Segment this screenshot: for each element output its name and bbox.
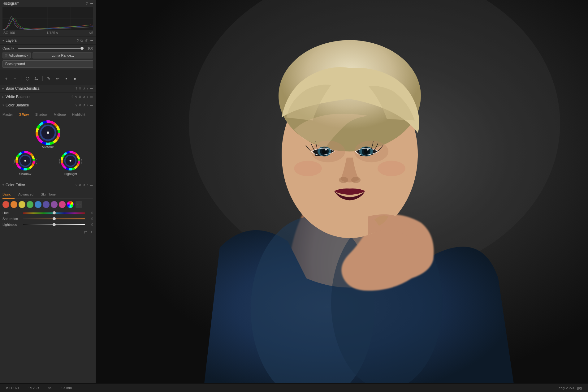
base-question-icon[interactable]: ? <box>76 87 77 90</box>
hue-label: Hue <box>2 211 21 215</box>
shadow-bracket-right: ( <box>35 158 37 164</box>
bottom-bar: ISO 160 1/125 s f/5 57 mm Teague 2-X5.jp… <box>0 383 588 392</box>
small-wheels-row: ) <box>2 151 93 176</box>
histogram-more-icon[interactable]: ••• <box>89 2 93 5</box>
bottom-iso: ISO 160 <box>6 386 19 390</box>
swatch-cyan-blue[interactable] <box>35 201 41 208</box>
wb-hamburger-icon[interactable]: ≡ <box>87 95 89 99</box>
midtone-wheel-wrapper <box>36 120 60 145</box>
cb-tab-shadow[interactable]: Shadow <box>32 112 51 117</box>
swatch-blue-violet[interactable] <box>43 201 50 208</box>
histogram-header: Histogram ? ••• <box>2 1 93 6</box>
layers-question-icon[interactable]: ? <box>77 39 79 42</box>
svg-point-61 <box>378 161 405 176</box>
remove-layer-button[interactable]: − <box>12 75 18 82</box>
base-characteristics-header[interactable]: ▸ Base Characteristics ? ⧉ ↺ ≡ ••• <box>0 84 96 93</box>
luma-range-button[interactable]: Luma Range... <box>32 52 93 58</box>
cb-tab-3way[interactable]: 3-Way <box>16 112 32 117</box>
opacity-slider[interactable] <box>18 48 84 49</box>
color-balance-tabs: Master 3-Way Shadow Midtone Highlight <box>2 112 93 117</box>
swatch-green[interactable] <box>27 201 33 208</box>
ce-transfer-icon[interactable]: ⇄ <box>84 230 87 234</box>
ce-eyedropper-icon[interactable]: ✦ <box>90 230 93 234</box>
ce-chevron-icon: ▾ <box>2 183 4 187</box>
midtone-wheel-svg[interactable] <box>36 120 60 145</box>
lightness-label: Lightness <box>2 223 21 226</box>
tool-separator-1 <box>21 76 21 81</box>
base-characteristics-section: ▸ Base Characteristics ? ⧉ ↺ ≡ ••• <box>0 84 96 93</box>
white-balance-title: White Balance <box>6 95 29 99</box>
swatch-yellow[interactable] <box>19 201 25 208</box>
white-balance-header[interactable]: ▸ White Balance ? ✎ ⧉ ↺ ≡ ••• <box>0 93 96 101</box>
opacity-value: 100 <box>85 46 93 50</box>
pencil-tool-button[interactable]: ✏ <box>54 75 61 82</box>
cb-question-icon[interactable]: ? <box>76 104 77 107</box>
swatch-purple[interactable] <box>51 201 58 208</box>
saturation-slider[interactable] <box>23 218 85 219</box>
lightness-slider[interactable] <box>23 224 85 225</box>
layers-title: Layers <box>6 38 17 43</box>
wb-reset-icon[interactable]: ↺ <box>83 95 85 99</box>
ce-tab-basic[interactable]: Basic <box>2 192 15 199</box>
pen-tool-button[interactable]: ✎ <box>46 75 52 82</box>
add-layer-button[interactable]: + <box>3 75 9 82</box>
layers-copy-icon[interactable]: ⧉ <box>80 39 83 43</box>
transfer-tool-button[interactable]: ⇆ <box>33 75 39 82</box>
cb-more-icon[interactable]: ••• <box>90 104 93 107</box>
base-copy-icon[interactable]: ⧉ <box>79 87 81 90</box>
wb-copy-icon[interactable]: ⧉ <box>79 95 81 99</box>
histogram-iso: ISO 160 <box>2 31 15 35</box>
ce-tab-advanced[interactable]: Advanced <box>15 192 37 197</box>
layers-more-icon[interactable]: ••• <box>89 39 93 42</box>
swatch-red[interactable] <box>2 201 9 208</box>
ce-copy-icon[interactable]: ⧉ <box>79 183 81 187</box>
camera-tool-button[interactable]: ⬡ <box>24 75 31 82</box>
svg-point-59 <box>351 177 361 183</box>
square-tool-button[interactable]: ▪ <box>63 75 69 82</box>
ce-tab-skin-tone[interactable]: Skin Tone <box>37 192 59 197</box>
shadow-wheel-svg[interactable] <box>15 151 35 171</box>
ce-more-icon[interactable]: ••• <box>90 183 93 187</box>
histogram-question-icon[interactable]: ? <box>86 2 88 5</box>
ce-reset-icon[interactable]: ↺ <box>83 183 85 187</box>
ce-hamburger-icon[interactable]: ≡ <box>87 183 89 187</box>
white-balance-left: ▸ White Balance <box>2 95 29 99</box>
wb-chevron-icon: ▸ <box>2 95 4 98</box>
layers-reset-icon[interactable]: ↺ <box>85 39 88 43</box>
opacity-label: Opacity <box>2 46 16 50</box>
wb-pen-icon[interactable]: ✎ <box>75 95 77 99</box>
cb-tab-master[interactable]: Master <box>2 112 16 117</box>
color-balance-header[interactable]: ▾ Color Balance ? ⧉ ↺ ≡ ••• <box>0 101 96 109</box>
base-characteristics-title: Base Characteristics <box>6 86 40 91</box>
wb-more-icon[interactable]: ••• <box>90 95 93 99</box>
ce-bottom-tools: ⇄ ✦ <box>2 229 93 234</box>
base-more-icon[interactable]: ••• <box>90 87 93 90</box>
color-editor-section: ▾ Color Editor ? ⧉ ↺ ≡ ••• Basic Advance… <box>0 181 96 237</box>
layers-header[interactable]: ▾ Layers ? ⧉ ↺ ••• <box>0 37 96 45</box>
cb-tab-midtone[interactable]: Midtone <box>50 112 69 117</box>
color-balance-left: ▾ Color Balance <box>2 103 29 107</box>
highlight-wheel-svg[interactable] <box>60 151 80 171</box>
svg-point-28 <box>25 160 26 161</box>
layers-header-left: ▾ Layers <box>2 38 17 43</box>
wb-question-icon[interactable]: ? <box>71 95 73 99</box>
swatch-more-button[interactable]: ··· <box>76 201 82 208</box>
swatch-pink[interactable] <box>59 201 66 208</box>
base-reset-icon[interactable]: ↺ <box>83 87 85 90</box>
hue-slider[interactable] <box>23 213 85 213</box>
cb-hamburger-icon[interactable]: ≡ <box>87 104 89 107</box>
swatch-rainbow[interactable] <box>67 201 74 208</box>
adjustment-select[interactable]: ⊞ Adjustment ▾ <box>2 52 31 58</box>
adjustment-label: Adjustment <box>9 54 26 57</box>
histogram-info: ISO 160 1/125 s f/5 <box>2 30 93 35</box>
color-editor-header[interactable]: ▾ Color Editor ? ⧉ ↺ ≡ ••• <box>0 181 96 189</box>
swatch-orange[interactable] <box>11 201 17 208</box>
circle-tool-button[interactable]: ● <box>72 75 78 82</box>
cb-tab-highlight[interactable]: Highlight <box>69 112 89 117</box>
main-layout: Histogram ? ••• <box>0 0 588 383</box>
background-item[interactable]: Background <box>2 60 93 68</box>
base-hamburger-icon[interactable]: ≡ <box>87 87 89 90</box>
cb-reset-icon[interactable]: ↺ <box>83 104 85 107</box>
ce-question-icon[interactable]: ? <box>76 183 77 187</box>
cb-copy-icon[interactable]: ⧉ <box>79 103 81 107</box>
